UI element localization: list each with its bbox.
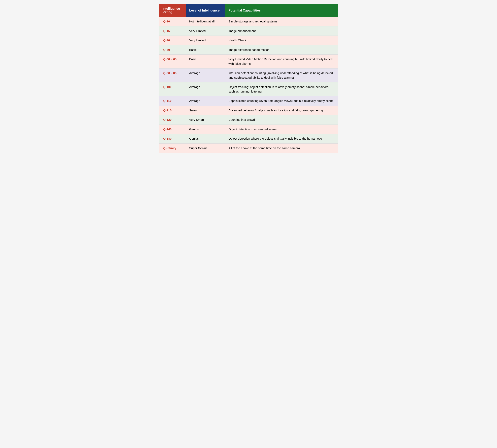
cell-rating: iQ-100 [159,82,186,96]
cell-level: Very Limited [186,26,225,36]
cell-capabilities: Sophisticated counting (even from angled… [225,96,338,106]
cell-level: Genius [186,134,225,144]
cell-rating: iQ-60 – 65 [159,55,186,68]
cell-rating: iQ-15 [159,26,186,36]
cell-capabilities: Advanced behavior Analysis such as for s… [225,106,338,115]
cell-rating: iQ-80 – 85 [159,68,186,82]
table-row: iQ-15Very LimitedImage enhancement [159,26,338,36]
cell-capabilities: All of the above at the same time on the… [225,143,338,153]
cell-level: Not Intelligent at all [186,17,225,26]
cell-level: Very Limited [186,36,225,45]
table-row: iQ-120Very SmartCounting in a crowd [159,115,338,125]
cell-capabilities: Counting in a crowd [225,115,338,125]
cell-level: Smart [186,106,225,115]
header-rating: Intelligence Rating [159,4,186,17]
header-capabilities: Potential Capabilities [225,4,338,17]
table-row: iQ-40BasicImage-difference based motion [159,45,338,55]
table-row: iQ-InfinitySuper GeniusAll of the above … [159,143,338,153]
table-row: iQ-80 – 85AverageIntrusion detection/ co… [159,68,338,82]
table-row: iQ-180GeniusObject detection where the o… [159,134,338,144]
cell-level: Very Smart [186,115,225,125]
cell-rating: iQ-115 [159,106,186,115]
cell-capabilities: Image enhancement [225,26,338,36]
cell-level: Basic [186,45,225,55]
cell-capabilities: Image-difference based motion [225,45,338,55]
cell-rating: iQ-Infinity [159,143,186,153]
table-row: iQ-10Not Intelligent at allSimple storag… [159,17,338,26]
table-row: iQ-140GeniusObject detection in a crowde… [159,125,338,134]
cell-level: Super Genius [186,143,225,153]
cell-rating: iQ-180 [159,134,186,144]
header-level: Level of Intelligence [186,4,225,17]
cell-capabilities: Simple storage and retrieval systems [225,17,338,26]
cell-capabilities: Object detection where the object is vir… [225,134,338,144]
cell-capabilities: Very Limited Video Motion Detection and … [225,55,338,68]
table-row: iQ-100AverageObject tracking; object det… [159,82,338,96]
table-row: iQ-20Very LimitedHealth Check [159,36,338,45]
cell-rating: iQ-20 [159,36,186,45]
cell-rating: iQ-110 [159,96,186,106]
table-row: iQ-110AverageSophisticated counting (eve… [159,96,338,106]
cell-level: Average [186,96,225,106]
cell-level: Average [186,68,225,82]
cell-rating: iQ-40 [159,45,186,55]
cell-rating: iQ-120 [159,115,186,125]
cell-level: Basic [186,55,225,68]
cell-level: Genius [186,125,225,134]
cell-capabilities: Health Check [225,36,338,45]
table-row: iQ-60 – 65BasicVery Limited Video Motion… [159,55,338,68]
table-row: iQ-115SmartAdvanced behavior Analysis su… [159,106,338,115]
cell-rating: iQ-10 [159,17,186,26]
cell-rating: iQ-140 [159,125,186,134]
cell-capabilities: Object detection in a crowded scene [225,125,338,134]
cell-capabilities: Intrusion detection/ counting (involving… [225,68,338,82]
cell-level: Average [186,82,225,96]
cell-capabilities: Object tracking; object detection in rel… [225,82,338,96]
intelligence-rating-table: Intelligence Rating Level of Intelligenc… [159,4,338,153]
